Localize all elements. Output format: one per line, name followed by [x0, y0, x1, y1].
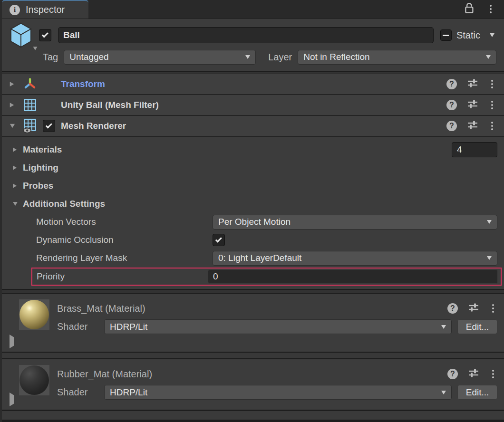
motion-vectors-row: Motion Vectors Per Object Motion	[2, 213, 504, 231]
component-menu-icon[interactable]	[488, 99, 496, 111]
material-preview[interactable]	[19, 299, 49, 330]
static-checkbox[interactable]	[440, 29, 452, 41]
component-menu-icon[interactable]	[488, 78, 496, 90]
chevron-down-icon	[441, 325, 446, 329]
check-icon	[215, 236, 222, 242]
component-header-transform[interactable]: Transform ?	[2, 74, 504, 95]
component-title: Unity Ball (Mesh Filter)	[61, 100, 159, 110]
foldout-collapsed-icon	[13, 147, 17, 152]
help-icon[interactable]: ?	[447, 369, 458, 379]
shader-label: Shader	[57, 387, 97, 398]
additional-settings-label: Additional Settings	[23, 199, 105, 209]
foldout-expanded-icon[interactable]	[10, 124, 23, 128]
rendering-layer-mask-value: 0: Light LayerDefault	[218, 253, 301, 263]
shader-dropdown[interactable]: HDRP/Lit	[104, 385, 452, 400]
presets-icon[interactable]	[468, 302, 479, 315]
lighting-label: Lighting	[23, 163, 58, 173]
materials-count-field[interactable]: 4	[452, 142, 497, 157]
foldout-collapsed-icon	[13, 165, 17, 170]
component-menu-icon[interactable]	[488, 120, 496, 132]
gameobject-header: Ball Static Tag Untagged Layer Not in Re…	[2, 19, 504, 71]
tab-inspector[interactable]: i Inspector	[2, 0, 88, 19]
probes-label: Probes	[23, 181, 53, 191]
presets-icon[interactable]	[468, 367, 479, 381]
shader-value: HDRP/Lit	[110, 387, 147, 398]
probes-foldout[interactable]: Probes	[2, 177, 504, 195]
shader-dropdown[interactable]: HDRP/Lit	[104, 319, 452, 334]
dynamic-occlusion-label: Dynamic Occlusion	[36, 235, 213, 245]
foldout-collapsed-icon[interactable]	[10, 102, 23, 108]
mixed-state-icon	[443, 35, 449, 36]
lock-icon[interactable]	[464, 2, 475, 16]
separator	[2, 352, 504, 359]
help-icon[interactable]: ?	[447, 303, 458, 314]
tab-title: Inspector	[26, 4, 65, 15]
foldout-expanded-icon	[13, 202, 18, 206]
material-menu-icon[interactable]	[489, 368, 497, 380]
dynamic-occlusion-row: Dynamic Occlusion	[2, 231, 504, 249]
shader-edit-button[interactable]: Edit...	[457, 385, 497, 400]
material-block-brass: Brass_Mat (Material) ? Shader	[2, 294, 504, 352]
shader-value: HDRP/Lit	[110, 322, 147, 332]
presets-icon[interactable]	[467, 98, 478, 112]
help-icon[interactable]: ?	[446, 121, 457, 131]
rendering-layer-mask-dropdown[interactable]: 0: Light LayerDefault	[213, 251, 497, 266]
component-header-mesh-renderer[interactable]: Mesh Renderer ?	[2, 116, 504, 137]
gameobject-active-checkbox[interactable]	[39, 29, 51, 41]
check-icon	[41, 31, 48, 38]
presets-icon[interactable]	[467, 119, 478, 133]
presets-icon[interactable]	[467, 77, 478, 91]
gameobject-name-input[interactable]: Ball	[58, 27, 434, 43]
gameobject-icon[interactable]	[9, 22, 39, 48]
component-header-mesh-filter[interactable]: Unity Ball (Mesh Filter) ?	[2, 95, 504, 116]
materials-label: Materials	[23, 144, 62, 155]
layer-value: Not in Reflection	[303, 52, 369, 62]
tab-bar: i Inspector	[2, 0, 504, 19]
component-title: Transform	[61, 79, 105, 89]
tag-dropdown[interactable]: Untagged	[64, 50, 256, 65]
rendering-layer-mask-label: Rendering Layer Mask	[36, 253, 213, 263]
mesh-renderer-enabled-checkbox[interactable]	[43, 120, 55, 132]
inspector-panel: i Inspector Ball	[0, 0, 504, 422]
priority-row-highlight: Priority 0	[31, 268, 502, 286]
transform-icon	[23, 77, 43, 91]
rubber-sphere-preview	[19, 365, 49, 395]
cube-icon	[10, 22, 32, 48]
mesh-filter-icon	[23, 98, 43, 112]
static-label: Static	[456, 30, 480, 41]
check-icon	[45, 122, 52, 128]
bottom-strip	[2, 411, 504, 420]
layer-dropdown[interactable]: Not in Reflection	[298, 50, 496, 65]
additional-settings-foldout[interactable]: Additional Settings	[2, 195, 504, 213]
material-foldout-icon[interactable]	[10, 395, 14, 404]
motion-vectors-value: Per Object Motion	[218, 217, 291, 227]
chevron-down-icon	[486, 55, 491, 59]
chevron-down-icon	[441, 391, 446, 394]
lighting-foldout[interactable]: Lighting	[2, 159, 504, 177]
chevron-down-icon	[487, 220, 492, 224]
panel-menu-icon[interactable]	[487, 3, 494, 15]
mesh-renderer-icon	[23, 118, 43, 134]
foldout-collapsed-icon[interactable]	[10, 81, 23, 87]
chevron-down-icon	[487, 256, 492, 260]
help-icon[interactable]: ?	[446, 100, 457, 110]
brass-sphere-preview	[19, 300, 49, 329]
tag-label: Tag	[43, 52, 58, 63]
dynamic-occlusion-checkbox[interactable]	[213, 234, 225, 246]
shader-edit-button[interactable]: Edit...	[457, 319, 497, 334]
separator	[2, 420, 504, 422]
material-foldout-icon[interactable]	[10, 337, 14, 346]
material-preview[interactable]	[19, 365, 49, 395]
priority-input[interactable]: 0	[208, 269, 498, 284]
shader-label: Shader	[57, 321, 97, 332]
material-title: Rubber_Mat (Material)	[57, 369, 152, 380]
component-title: Mesh Renderer	[61, 121, 126, 131]
static-dropdown-icon[interactable]	[490, 33, 494, 37]
materials-foldout[interactable]: Materials 4	[2, 141, 504, 159]
rendering-layer-mask-row: Rendering Layer Mask 0: Light LayerDefau…	[2, 249, 504, 267]
priority-label: Priority	[32, 271, 208, 282]
gameobject-icon-dropdown-icon[interactable]	[33, 47, 38, 50]
material-menu-icon[interactable]	[489, 302, 497, 315]
help-icon[interactable]: ?	[446, 79, 457, 89]
motion-vectors-dropdown[interactable]: Per Object Motion	[213, 215, 497, 230]
